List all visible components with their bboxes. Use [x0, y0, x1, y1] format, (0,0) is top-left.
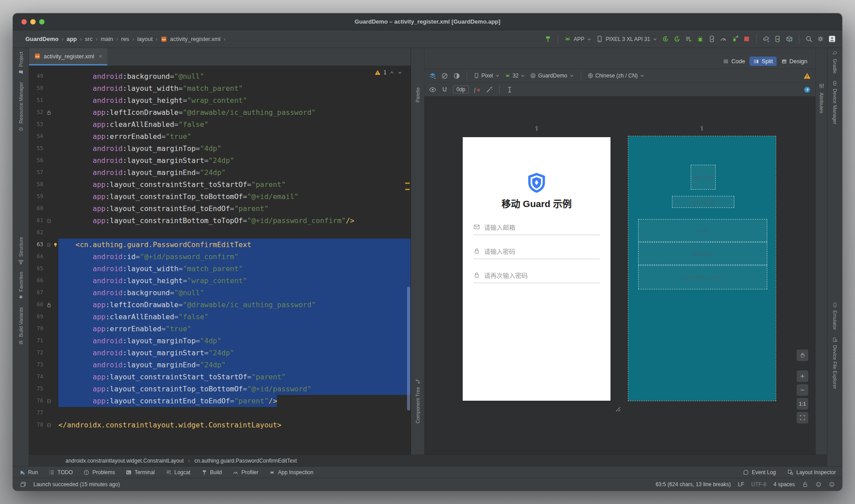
code-line[interactable]: 54 app:errorEnabled="true": [29, 130, 411, 142]
code-line-text[interactable]: app:errorEnabled="true": [58, 130, 411, 142]
code-line[interactable]: 72 android:layout_marginStart="24dp": [29, 347, 411, 359]
default-margins-button[interactable]: 0dp: [453, 85, 469, 93]
search-everywhere-icon[interactable]: [805, 35, 813, 43]
tool-window-tab-project[interactable]: Project: [18, 52, 24, 75]
file-encoding[interactable]: UTF-8: [751, 481, 766, 488]
code-line-text[interactable]: android:layout_marginStart="24dp": [58, 347, 411, 359]
code-line[interactable]: 75 app:layout_constraintTop_toBottomOf="…: [29, 383, 411, 395]
preview-resize-handle[interactable]: [613, 404, 621, 412]
gradle-sync-icon[interactable]: [762, 35, 770, 43]
tool-window-tab-build-variants[interactable]: Build Variants: [18, 307, 24, 345]
locale-select[interactable]: Chinese (zh / CN): [587, 73, 645, 79]
code-line[interactable]: 57 android:layout_marginEnd="24dp": [29, 167, 411, 179]
code-line[interactable]: 61 app:layout_constraintBottom_toTopOf="…: [29, 215, 411, 227]
code-line-text[interactable]: app:layout_constraintStart_toStartOf="pa…: [58, 179, 411, 191]
code-line[interactable]: 63 <cn.authing.guard.PasswordConfirmEdit…: [29, 239, 411, 251]
tool-window-button-build[interactable]: Build: [201, 469, 222, 476]
intention-bulb-icon[interactable]: [53, 242, 58, 248]
tool-window-tab-device-manager[interactable]: Device Manager: [832, 81, 838, 124]
help-icon[interactable]: ?: [803, 86, 811, 93]
autoconnect-icon[interactable]: [441, 86, 448, 93]
xml-breadcrumb-item[interactable]: cn.authing.guard.PasswordConfirmEditText: [195, 458, 297, 464]
orientation-icon[interactable]: [453, 72, 460, 80]
code-line[interactable]: 50 android:layout_width="match_parent": [29, 82, 411, 94]
fold-marker-icon[interactable]: [46, 218, 52, 224]
preview-input-email[interactable]: 请输入邮箱: [473, 223, 600, 239]
tool-window-tab-structure[interactable]: Structure: [18, 237, 24, 265]
code-line[interactable]: 56 android:layout_marginStart="24dp": [29, 154, 411, 167]
zoom-window-button[interactable]: [39, 19, 45, 24]
sad-feedback-icon[interactable]: [829, 481, 835, 488]
code-line[interactable]: 70 app:errorEnabled="true": [29, 323, 411, 335]
code-line[interactable]: 77: [29, 407, 411, 419]
close-window-button[interactable]: [21, 19, 27, 24]
unlock-icon[interactable]: [802, 481, 808, 488]
debug-icon[interactable]: [696, 35, 704, 43]
code-line[interactable]: 66 android:layout_height="wrap_content": [29, 275, 411, 287]
tool-window-button-app-inspection[interactable]: App Inspection: [269, 469, 313, 476]
code-line-text[interactable]: [58, 227, 411, 239]
attach-debugger-icon[interactable]: [708, 35, 716, 43]
tool-window-tab-resource-manager[interactable]: Resource Manager: [18, 82, 24, 132]
design-blueprint-toggle-icon[interactable]: [441, 72, 448, 80]
inspection-widget[interactable]: 1: [375, 69, 403, 76]
code-line-text[interactable]: android:layout_width="match_parent": [58, 263, 411, 275]
breadcrumb-item[interactable]: app: [66, 36, 77, 42]
run-configuration-select[interactable]: APP: [564, 35, 592, 43]
code-line-text[interactable]: app:layout_constraintTop_toBottomOf="@+i…: [58, 383, 411, 395]
code-line-text[interactable]: app:layout_constraintTop_toBottomOf="@+i…: [58, 191, 411, 203]
fold-marker-icon[interactable]: [46, 422, 52, 428]
code-line-text[interactable]: android:layout_marginTop="4dp": [58, 142, 411, 154]
code-line[interactable]: 49 android:background="@null": [29, 70, 411, 82]
blueprint-component-password[interactable]: password: [638, 242, 767, 265]
zoom-ratio-button[interactable]: 1:1: [797, 398, 808, 410]
tool-window-button-terminal[interactable]: Terminal: [126, 469, 155, 476]
fold-marker-icon[interactable]: [46, 398, 52, 404]
palette-tab[interactable]: Palette: [415, 87, 420, 102]
code-line-text[interactable]: android:layout_height="wrap_content": [58, 94, 411, 106]
settings-icon[interactable]: [817, 35, 824, 43]
code-line-text[interactable]: android:layout_marginEnd="24dp": [58, 167, 411, 179]
code-editor[interactable]: 49 android:background="@null"50 android:…: [29, 66, 411, 455]
preview-input-password[interactable]: 请输入密码: [473, 247, 600, 263]
view-options-icon[interactable]: [429, 72, 436, 80]
mode-code-button[interactable]: Code: [719, 57, 749, 66]
breadcrumb-item[interactable]: main: [101, 36, 113, 42]
api-level-select[interactable]: 32: [505, 73, 525, 79]
breadcrumb-item[interactable]: GuardDemo: [25, 36, 58, 42]
code-line-text[interactable]: app:errorEnabled="true": [58, 323, 411, 335]
blueprint-component-app_name[interactable]: app_name: [672, 196, 734, 208]
attributes-tab[interactable]: Attributes: [819, 93, 824, 113]
code-line-text[interactable]: app:leftIconDrawable="@drawable/ic_authi…: [58, 299, 411, 311]
code-line[interactable]: 62: [29, 227, 411, 239]
code-line[interactable]: 65 android:layout_width="match_parent": [29, 263, 411, 275]
code-line[interactable]: 52 app:leftIconDrawable="@drawable/ic_au…: [29, 106, 411, 118]
code-line-text[interactable]: <cn.authing.guard.PasswordConfirmEditTex…: [58, 239, 411, 251]
zoom-out-button[interactable]: [797, 384, 808, 396]
tool-window-button-run[interactable]: Run: [19, 469, 38, 476]
happy-feedback-icon[interactable]: [815, 481, 822, 488]
code-line[interactable]: 74 app:layout_constraintStart_toStartOf=…: [29, 371, 411, 383]
close-tab-icon[interactable]: ×: [98, 53, 102, 60]
mode-split-button[interactable]: Split: [749, 57, 776, 66]
profile-avatar-icon[interactable]: [828, 35, 836, 43]
apply-code-changes-icon[interactable]: A: [673, 35, 681, 43]
code-line[interactable]: 53 app:clearAllEnabled="false": [29, 118, 411, 130]
device-select[interactable]: Pixel: [473, 73, 500, 79]
line-separator[interactable]: LF: [738, 481, 744, 488]
code-line[interactable]: 68 app:leftIconDrawable="@drawable/ic_au…: [29, 299, 411, 311]
breadcrumb-item[interactable]: src: [85, 36, 93, 42]
code-line-text[interactable]: app:layout_constraintEnd_toEndOf="parent…: [58, 395, 411, 407]
code-line[interactable]: 71 android:layout_marginTop="4dp": [29, 335, 411, 347]
tool-window-tab-gradle[interactable]: Gradle: [832, 51, 838, 73]
tool-window-button-layout-inspector[interactable]: Layout Inspector: [787, 469, 836, 476]
code-line[interactable]: 55 android:layout_marginTop="4dp": [29, 142, 411, 154]
run-list-icon[interactable]: [685, 35, 692, 43]
fold-marker-icon[interactable]: [46, 242, 52, 248]
apply-changes-icon[interactable]: [662, 35, 669, 43]
code-line-text[interactable]: app:clearAllEnabled="false": [58, 118, 411, 130]
code-line-text[interactable]: app:clearAllEnabled="false": [58, 311, 411, 323]
code-line-text[interactable]: android:layout_height="wrap_content": [58, 275, 411, 287]
blueprint-component-password_confirm[interactable]: password_confirm: [638, 265, 767, 289]
background-tasks-icon[interactable]: [20, 481, 26, 488]
